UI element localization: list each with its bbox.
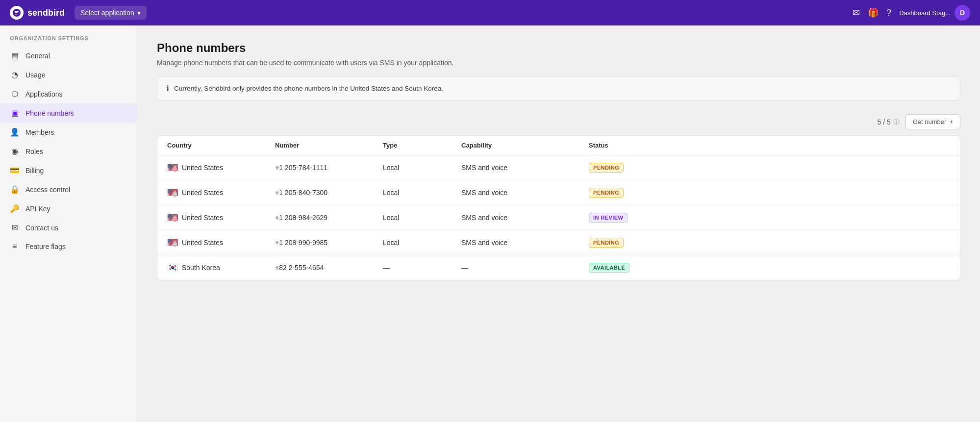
sidebar-item-members[interactable]: 👤 Members [0,123,137,142]
mail-icon[interactable]: ✉ [853,7,860,18]
table-row: 🇺🇸 United States +1 208-990-9985 Local S… [157,230,960,255]
sidebar-item-billing[interactable]: 💳 Billing [0,161,137,180]
cell-type: Local [383,189,461,197]
cell-capability: SMS and voice [461,214,589,222]
info-icon: ℹ [166,84,169,93]
topnav-right: ✉ 🎁 ? Dashboard Stag... D [853,5,970,21]
sidebar-item-contact-us[interactable]: ✉ Contact us [0,218,137,237]
sidebar-label-usage: Usage [25,71,45,79]
page-description: Manage phone numbers that can be used to… [157,59,960,67]
country-name: United States [182,189,223,197]
flag-icon: 🇺🇸 [167,162,178,173]
cell-type: Local [383,214,461,222]
sidebar-icon-applications: ⬡ [10,89,20,99]
col-status: Status [589,142,667,149]
user-menu[interactable]: Dashboard Stag... D [899,5,970,21]
sidebar-label-contact-us: Contact us [25,224,58,232]
flag-icon: 🇺🇸 [167,212,178,223]
quota-value: 5 / 5 [878,118,891,126]
table-row: 🇺🇸 United States +1 208-984-2629 Local S… [157,205,960,230]
cell-status: PENDING [589,188,667,198]
get-number-button[interactable]: Get number + [905,114,960,129]
chevron-down-icon: ▾ [137,9,141,17]
sidebar-icon-phone-numbers: ▣ [10,108,20,118]
sidebar-icon-billing: 💳 [10,166,20,175]
gift-icon[interactable]: 🎁 [868,7,879,18]
sidebar-item-access-control[interactable]: 🔒 Access control [0,180,137,199]
sidebar-label-applications: Applications [25,90,63,98]
app-layout: ORGANIZATION SETTINGS ▤ General ◔ Usage … [0,25,980,422]
cell-capability: SMS and voice [461,189,589,197]
info-banner: ℹ Currently, Sendbird only provides the … [157,76,960,100]
table-controls: 5 / 5 ⓘ Get number + [157,114,960,129]
col-capability: Capability [461,142,589,149]
status-badge: PENDING [589,188,624,198]
flag-icon: 🇺🇸 [167,237,178,248]
country-name: United States [182,214,223,222]
sidebar-label-roles: Roles [25,148,43,155]
col-type: Type [383,142,461,149]
sidebar-icon-usage: ◔ [10,70,20,79]
cell-capability: — [461,264,589,272]
table-row: 🇰🇷 South Korea +82 2-555-4654 — — AVAILA… [157,255,960,280]
status-badge: PENDING [589,163,624,173]
cell-country: 🇺🇸 United States [167,187,275,198]
sidebar-item-api-key[interactable]: 🔑 API Key [0,199,137,218]
cell-country: 🇺🇸 United States [167,237,275,248]
sidebar-label-feature-flags: Feature flags [25,243,66,250]
sidebar-icon-access-control: 🔒 [10,185,20,194]
top-navigation: sendbird Select application ▾ ✉ 🎁 ? Dash… [0,0,980,25]
country-name: South Korea [182,264,220,272]
sidebar-icon-roles: ◉ [10,147,20,156]
cell-country: 🇺🇸 United States [167,162,275,173]
cell-country: 🇰🇷 South Korea [167,262,275,273]
cell-country: 🇺🇸 United States [167,212,275,223]
phone-numbers-table: Country Number Type Capability Status 🇺🇸… [157,135,960,280]
table-row: 🇺🇸 United States +1 205-784-1111 Local S… [157,155,960,180]
sidebar-item-roles[interactable]: ◉ Roles [0,142,137,161]
sidebar-item-applications[interactable]: ⬡ Applications [0,84,137,103]
get-number-label: Get number [913,118,947,125]
help-icon[interactable]: ? [886,8,891,18]
cell-status: PENDING [589,163,667,173]
cell-type: Local [383,239,461,247]
sidebar-item-general[interactable]: ▤ General [0,46,137,65]
cell-capability: SMS and voice [461,239,589,247]
sidebar-label-phone-numbers: Phone numbers [25,109,74,117]
cell-capability: SMS and voice [461,164,589,172]
cell-status: IN REVIEW [589,213,667,223]
flag-icon: 🇺🇸 [167,187,178,198]
sidebar-item-phone-numbers[interactable]: ▣ Phone numbers [0,103,137,123]
sidebar-label-general: General [25,52,50,60]
sidebar-icon-feature-flags: ≡ [10,242,20,251]
sidebar-label-access-control: Access control [25,186,70,194]
quota-info-icon[interactable]: ⓘ [893,118,900,126]
avatar: D [955,5,970,21]
topnav-left: sendbird Select application ▾ [10,6,147,20]
logo: sendbird [10,6,65,20]
logo-text: sendbird [27,8,65,18]
quota-display: 5 / 5 ⓘ [878,118,900,126]
col-country: Country [167,142,275,149]
col-number: Number [275,142,383,149]
flag-icon: 🇰🇷 [167,262,178,273]
sidebar-item-usage[interactable]: ◔ Usage [0,65,137,84]
cell-number: +1 205-840-7300 [275,189,383,197]
table-row: 🇺🇸 United States +1 205-840-7300 Local S… [157,180,960,205]
sidebar-section-label: ORGANIZATION SETTINGS [0,35,137,46]
main-content: Phone numbers Manage phone numbers that … [137,25,980,422]
sidebar-icon-members: 👤 [10,127,20,137]
sidebar-item-feature-flags[interactable]: ≡ Feature flags [0,237,137,256]
app-select-label: Select application [80,9,134,17]
sidebar: ORGANIZATION SETTINGS ▤ General ◔ Usage … [0,25,137,422]
sidebar-icon-contact-us: ✉ [10,223,20,232]
app-select-dropdown[interactable]: Select application ▾ [75,6,147,20]
status-badge: PENDING [589,238,624,248]
status-badge: IN REVIEW [589,213,628,223]
cell-type: Local [383,164,461,172]
cell-number: +82 2-555-4654 [275,264,383,272]
country-name: United States [182,164,223,172]
user-label: Dashboard Stag... [899,9,951,17]
sidebar-label-billing: Billing [25,167,44,174]
cell-number: +1 205-784-1111 [275,164,383,172]
